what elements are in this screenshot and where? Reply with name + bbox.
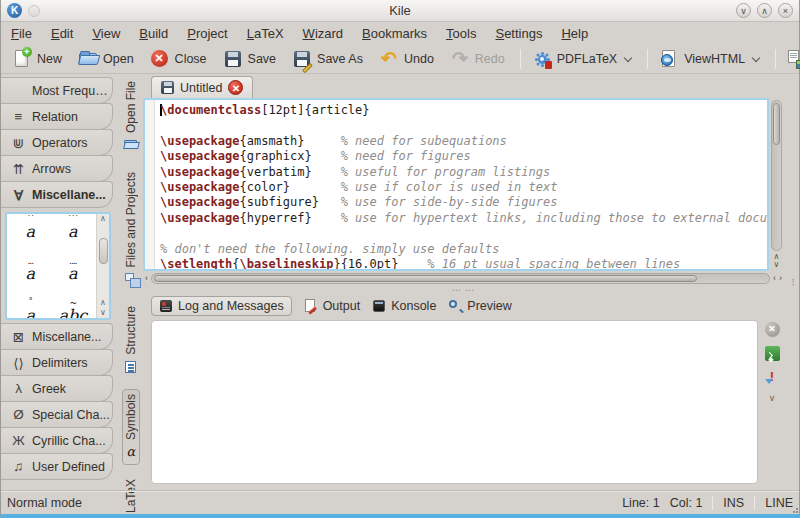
menu-tools[interactable]: Tools bbox=[446, 26, 476, 41]
side-tab-structure[interactable]: Structure bbox=[122, 301, 140, 380]
scroll-up-icon[interactable]: ∧ bbox=[100, 298, 106, 308]
menu-latex[interactable]: LaTeX bbox=[247, 26, 284, 41]
log-panel-side-toolbar: ✕ ! ∨ bbox=[760, 318, 784, 491]
close-button[interactable]: ✕ Close bbox=[145, 47, 216, 71]
symbol-cell[interactable]: ˚a bbox=[9, 291, 52, 318]
code-line: \documentclass[12pt]{article} bbox=[160, 103, 765, 118]
resize-grip[interactable] bbox=[790, 505, 798, 513]
structure-icon bbox=[123, 359, 139, 375]
scrollbar-thumb[interactable] bbox=[99, 238, 108, 264]
scrollbar-thumb[interactable] bbox=[154, 275, 697, 282]
viewhtml-button[interactable]: ViewHTML bbox=[654, 47, 769, 71]
sidebar-tab-miscellaneous-text[interactable]: ⊠ Miscellane... bbox=[1, 323, 113, 350]
save-button[interactable]: Save bbox=[218, 47, 286, 71]
titlebar[interactable]: K Kile ∨ ∧ × bbox=[1, 0, 799, 22]
symbol-cell[interactable]: ~abc bbox=[52, 291, 95, 318]
latex-statistics-icon[interactable] bbox=[765, 346, 780, 361]
special-characters-icon: Ø bbox=[10, 407, 27, 422]
menu-file[interactable]: File bbox=[11, 26, 32, 41]
undo-button[interactable]: ↶ Undo bbox=[374, 48, 443, 70]
sidebar-tab-arrows[interactable]: ⇈ Arrows bbox=[1, 155, 113, 182]
menu-settings[interactable]: Settings bbox=[495, 26, 542, 41]
warnings-icon[interactable]: ! bbox=[770, 370, 774, 384]
tab-output[interactable]: Output bbox=[304, 299, 361, 313]
status-line: Line: 1 bbox=[622, 496, 660, 510]
side-tab-symbols[interactable]: Symbols α bbox=[122, 389, 140, 465]
document-tabbar: Untitled ✕ bbox=[143, 74, 784, 98]
scrollbar-thumb[interactable] bbox=[773, 103, 780, 145]
sidebar-tab-relation[interactable]: ≡ Relation bbox=[1, 103, 113, 130]
code-line: \usepackage{color} % use if color is use… bbox=[160, 180, 765, 195]
close-window-button[interactable]: × bbox=[778, 3, 793, 18]
tab-preview[interactable]: Preview bbox=[448, 299, 511, 313]
scroll-down-icon[interactable]: ∨ bbox=[100, 308, 106, 318]
clear-log-icon[interactable]: ✕ bbox=[765, 322, 780, 337]
status-separator bbox=[754, 496, 755, 510]
symbol-panel-scrollbar[interactable]: ∧ ∧ ∨ bbox=[96, 214, 109, 318]
code-line: \usepackage{graphicx} % need for figures bbox=[160, 149, 765, 164]
bottom-tool-tabs: Log and Messages Output Konsole Preview bbox=[143, 294, 784, 318]
menu-wizard[interactable]: Wizard bbox=[303, 26, 343, 41]
document-tab-untitled[interactable]: Untitled ✕ bbox=[151, 76, 253, 98]
code-line bbox=[160, 226, 765, 241]
konsole-icon bbox=[372, 299, 386, 313]
scroll-down-icon[interactable]: ∨ bbox=[774, 260, 780, 269]
menu-project[interactable]: Project bbox=[187, 26, 227, 41]
pdflatex-button[interactable]: PDFLaTeX bbox=[527, 47, 641, 71]
symbol-grid: ˙˙a˙˙˙a...a....a˚a~abc^abc←abc bbox=[7, 212, 96, 318]
close-document-icon: ✕ bbox=[150, 49, 170, 69]
undo-icon: ↶ bbox=[379, 50, 399, 68]
save-as-button[interactable]: Save As bbox=[287, 47, 372, 71]
open-folder-icon bbox=[78, 49, 98, 69]
scroll-up-icon[interactable]: ∧ bbox=[100, 214, 106, 224]
open-button[interactable]: Open bbox=[73, 47, 143, 71]
sidebar-tab-miscellaneous-math[interactable]: ∀ Miscellane... bbox=[1, 181, 113, 208]
tab-log-and-messages[interactable]: Log and Messages bbox=[151, 296, 292, 316]
menu-build[interactable]: Build bbox=[139, 26, 168, 41]
code-line: % don't need the following. simply use d… bbox=[160, 242, 765, 257]
tab-close-icon[interactable]: ✕ bbox=[228, 80, 243, 95]
status-selection-mode: LINE bbox=[765, 496, 793, 510]
toolbar-separator bbox=[647, 49, 648, 69]
text-editor[interactable]: \documentclass[12pt]{article} \usepackag… bbox=[143, 98, 769, 271]
vertical-splitter[interactable]: ⁝ bbox=[786, 74, 799, 490]
sidebar-tab-delimiters[interactable]: ⟨⟩ Delimiters bbox=[1, 349, 113, 376]
scroll-right-icon[interactable]: › bbox=[779, 273, 782, 283]
menu-edit[interactable]: Edit bbox=[51, 26, 73, 41]
symbol-cell[interactable]: ˙˙a bbox=[9, 212, 52, 249]
status-mode: Normal mode bbox=[7, 496, 82, 510]
sidebar-tab-greek[interactable]: λ Greek bbox=[1, 375, 113, 402]
convert-button[interactable]: ➜ Convert bbox=[782, 47, 800, 71]
editor-vertical-scrollbar[interactable]: ∧∨ bbox=[769, 98, 784, 271]
sidebar-tab-operators[interactable]: ⋓ Operators bbox=[1, 129, 113, 156]
sidebar-tab-special-characters[interactable]: Ø Special Cha... bbox=[1, 401, 113, 428]
redo-button[interactable]: ↷ Redo bbox=[445, 48, 514, 70]
symbol-cell[interactable]: ...a bbox=[9, 249, 52, 291]
sidebar-tab-user-defined[interactable]: ♫ User Defined bbox=[1, 453, 113, 480]
forall-icon: ∀ bbox=[10, 187, 27, 203]
minimize-button[interactable]: ∨ bbox=[736, 3, 751, 18]
menu-help[interactable]: Help bbox=[561, 26, 588, 41]
window-title: Kile bbox=[1, 3, 799, 18]
tab-konsole[interactable]: Konsole bbox=[372, 299, 436, 313]
scroll-left-icon[interactable]: ‹ bbox=[145, 273, 148, 283]
new-button[interactable]: + New bbox=[7, 47, 71, 71]
editor-horizontal-scrollbar[interactable]: ‹ ‹ › bbox=[143, 271, 784, 286]
horizontal-splitter[interactable]: ⋯ ⋯ bbox=[143, 286, 784, 294]
side-tab-files-and-projects[interactable]: Files and Projects bbox=[122, 167, 140, 292]
symbol-cell[interactable]: ....a bbox=[52, 249, 95, 291]
menu-bookmarks[interactable]: Bookmarks bbox=[362, 26, 427, 41]
sidebar-tab-cyrillic-characters[interactable]: Ж Cyrillic Cha... bbox=[1, 427, 113, 454]
log-messages-panel[interactable] bbox=[151, 320, 758, 485]
scroll-left-icon[interactable]: ‹ bbox=[773, 273, 776, 283]
symbol-cell[interactable]: ˙˙˙a bbox=[52, 212, 95, 249]
code-line: \usepackage{hyperref} % use for hypertex… bbox=[160, 211, 765, 226]
side-tab-open-file[interactable]: Open File bbox=[122, 76, 140, 158]
sidebar-tab-most-frequently[interactable]: Most Frequentl... bbox=[1, 77, 113, 104]
files-projects-icon bbox=[123, 271, 139, 287]
code-area[interactable]: \documentclass[12pt]{article} \usepackag… bbox=[155, 100, 767, 269]
maximize-button[interactable]: ∧ bbox=[757, 3, 772, 18]
redo-icon: ↷ bbox=[450, 50, 470, 68]
chevron-down-icon[interactable]: ∨ bbox=[769, 393, 776, 403]
menu-view[interactable]: View bbox=[92, 26, 120, 41]
